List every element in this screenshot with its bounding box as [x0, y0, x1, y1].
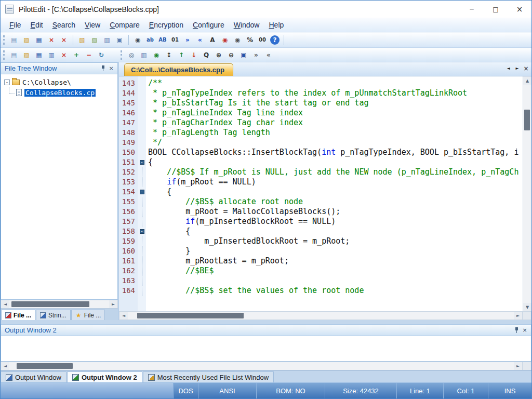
hex-mode-icon[interactable]: 01 [169, 34, 181, 46]
tree-file-row[interactable]: CollapseBlocks.cp [2, 87, 116, 98]
collapse-block-icon[interactable]: - [140, 160, 144, 165]
panel-close-button[interactable]: × [521, 326, 529, 335]
null-char-icon[interactable]: 00 [257, 34, 268, 46]
fold-toggle-icon[interactable]: - [138, 187, 146, 197]
open-file-icon[interactable]: ▨ [21, 34, 32, 46]
prev-bookmark-icon[interactable]: « [263, 49, 274, 61]
collapse-block-icon[interactable]: - [140, 229, 144, 234]
tab-mru-file-list[interactable]: Most Recently Used File List Window [143, 371, 274, 382]
menu-help[interactable]: Help [264, 19, 288, 31]
file-copy-icon[interactable]: ▧ [76, 34, 88, 46]
tab-file-list[interactable]: ★File ... [71, 310, 105, 320]
close-all-files-icon[interactable]: × [58, 34, 70, 46]
next-match-icon[interactable]: » [182, 34, 193, 46]
scrollbar-track[interactable] [523, 85, 531, 303]
tab-scroll-right-icon[interactable]: ► [513, 64, 521, 72]
tab-output-window-2[interactable]: Output Window 2 [67, 371, 142, 382]
save-file-icon[interactable]: ▦ [33, 34, 45, 46]
regex-icon[interactable]: % [244, 34, 256, 46]
replace-icon[interactable]: ab [144, 34, 156, 46]
scrollbar-track[interactable] [9, 300, 109, 308]
menu-file[interactable]: File [5, 19, 26, 31]
add-file-icon[interactable]: + [71, 49, 82, 61]
save-workspace-as-icon[interactable]: ▥ [46, 49, 57, 61]
toolbar-grip[interactable] [121, 50, 122, 60]
scrollbar-thumb[interactable] [11, 301, 89, 307]
refresh-icon[interactable]: ↻ [96, 49, 107, 61]
file-tree-hscrollbar[interactable]: ◄ ► [1, 300, 118, 309]
horizontal-splitter[interactable] [1, 320, 531, 324]
zoom-icon[interactable]: Q [201, 49, 212, 61]
scroll-left-icon[interactable]: ◄ [119, 312, 128, 320]
code-lines[interactable]: 143/**144 * p_nTagTypeIndex refers to th… [119, 76, 523, 311]
sort-icon[interactable]: ↕ [163, 49, 175, 61]
scroll-right-icon[interactable]: ► [109, 300, 117, 308]
script-icon[interactable]: A [207, 34, 218, 46]
scrollbar-track[interactable] [128, 312, 514, 320]
paste-icon[interactable]: ▣ [114, 34, 125, 46]
close-button[interactable]: × [508, 1, 531, 18]
menu-window[interactable]: Window [229, 19, 264, 31]
menu-encryption[interactable]: Encryption [144, 19, 188, 31]
tree-file-label[interactable]: CollapseBlocks.cp [24, 89, 96, 97]
web-preview-icon[interactable]: ◉ [151, 49, 162, 61]
properties-icon[interactable]: ◎ [126, 49, 137, 61]
tab-file-tree[interactable]: File ... [1, 310, 35, 320]
save-workspace-icon[interactable]: ▦ [33, 49, 45, 61]
maximize-button[interactable]: □ [484, 1, 508, 18]
move-down-icon[interactable]: ↓ [188, 49, 200, 61]
prev-match-icon[interactable]: « [194, 34, 206, 46]
scrollbar-thumb[interactable] [524, 110, 530, 130]
tree-root-row[interactable]: - C:\Collapse\ [2, 77, 116, 87]
menu-compare[interactable]: Compare [105, 19, 144, 31]
close-file-icon[interactable]: × [46, 34, 57, 46]
editor-tab[interactable]: C:\Coll...\CollapseBlocks.cpp [124, 63, 233, 76]
close-workspace-icon[interactable]: × [58, 49, 70, 61]
new-workspace-icon[interactable]: ▤ [8, 49, 20, 61]
scrollbar-thumb[interactable] [137, 313, 244, 318]
tab-output-window[interactable]: Output Window [1, 371, 66, 382]
editor-hscrollbar[interactable]: ◄ ► [119, 311, 531, 320]
copy-icon[interactable]: ▥ [101, 34, 113, 46]
toolbar-grip[interactable] [3, 50, 5, 60]
minimize-button[interactable]: ─ [460, 1, 484, 18]
next-bookmark-icon[interactable]: » [250, 49, 262, 61]
tree-root-label[interactable]: C:\Collapse\ [22, 78, 71, 86]
pin-button[interactable] [99, 64, 107, 73]
menu-search[interactable]: Search [48, 19, 80, 31]
collapse-expand-icon[interactable]: - [4, 79, 10, 85]
toolbar-grip[interactable] [3, 35, 5, 45]
scroll-left-icon[interactable]: ◄ [1, 300, 9, 308]
scroll-up-icon[interactable]: ▲ [523, 76, 531, 85]
menu-edit[interactable]: Edit [26, 19, 48, 31]
panel-close-button[interactable]: × [107, 64, 115, 73]
open-workspace-icon[interactable]: ▨ [21, 49, 32, 61]
scrollbar-track[interactable] [9, 362, 514, 370]
tab-close-icon[interactable]: × [522, 64, 530, 72]
find-icon[interactable]: ◉ [132, 34, 143, 46]
collapse-block-icon[interactable]: - [140, 190, 144, 194]
scrollbar-thumb[interactable] [17, 363, 73, 369]
move-up-icon[interactable]: ↑ [176, 49, 187, 61]
menu-configure[interactable]: Configure [188, 19, 229, 31]
help-icon[interactable]: ? [270, 35, 280, 45]
compare-files-icon[interactable]: ◉ [219, 34, 231, 46]
scroll-right-icon[interactable]: ► [514, 312, 522, 320]
fold-toggle-icon[interactable]: - [138, 227, 146, 236]
scroll-left-icon[interactable]: ◄ [1, 362, 9, 370]
bookmark-icon[interactable]: ▣ [238, 49, 249, 61]
editor-vscrollbar[interactable]: ▲ ▼ [523, 76, 531, 311]
tab-string-window[interactable]: Strin... [36, 310, 71, 320]
scroll-down-icon[interactable]: ▼ [523, 303, 531, 311]
new-file-icon[interactable]: ▤ [8, 34, 20, 46]
expand-all-icon[interactable]: ⊕ [213, 49, 224, 61]
duplicate-view-icon[interactable]: ▥ [138, 49, 150, 61]
tab-scroll-left-icon[interactable]: ◄ [504, 64, 512, 72]
scroll-right-icon[interactable]: ► [514, 362, 522, 370]
compare-dirs-icon[interactable]: ◉ [232, 34, 243, 46]
output-hscrollbar[interactable]: ◄ ► [1, 362, 531, 370]
pin-button[interactable] [512, 326, 521, 335]
file-move-icon[interactable]: ▧ [89, 34, 100, 46]
fold-toggle-icon[interactable]: - [138, 157, 146, 167]
menu-view[interactable]: View [80, 19, 105, 31]
